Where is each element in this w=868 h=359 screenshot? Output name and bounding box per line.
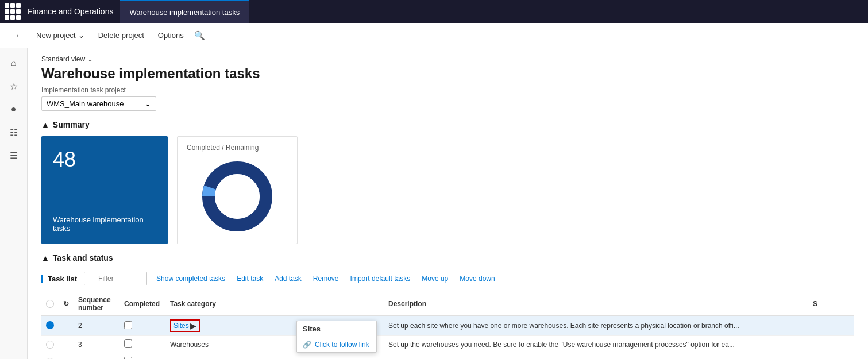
project-chevron-icon: ⌄ (145, 99, 151, 108)
edit-task-button[interactable]: Edit task (234, 273, 265, 284)
show-completed-button[interactable]: Show completed tasks (154, 273, 227, 284)
main-content: Standard view ⌄ Warehouse implementation… (28, 48, 868, 359)
row-completed-cell[interactable] (119, 336, 165, 353)
row-sequence-cell: 2 (74, 316, 119, 336)
row-sequence-cell: 3 (74, 336, 119, 353)
back-icon: ← (15, 31, 22, 40)
task-list-tab[interactable]: Task list (41, 275, 77, 283)
main-toolbar: ← New project ⌄ Delete project Options 🔍 (0, 23, 868, 48)
row-refresh-cell (59, 353, 74, 360)
project-select[interactable]: WMS_Main warehouse ⌄ (41, 96, 156, 111)
sidebar-home-icon[interactable]: ⌂ (3, 53, 24, 74)
tooltip-follow-link[interactable]: 🔗 Click to follow link (297, 337, 376, 352)
summary-card-description: Warehouse implementation tasks (53, 215, 156, 233)
summary-chart-card: Completed / Remaining (177, 136, 298, 244)
sites-link[interactable]: Sites (173, 322, 189, 330)
new-project-label: New project (36, 31, 76, 40)
view-chevron-icon: ⌄ (87, 55, 93, 63)
summary-label: Summary (53, 120, 90, 129)
task-toolbar: Task list 🔍 Show completed tasks Edit ta… (41, 269, 854, 288)
sidebar-recent-icon[interactable]: ● (3, 99, 24, 119)
svg-point-2 (215, 174, 260, 219)
row-checkbox[interactable] (124, 339, 132, 348)
col-header-radio (41, 292, 59, 316)
import-default-button[interactable]: Import default tasks (348, 273, 413, 284)
filter-wrap: 🔍 (84, 272, 147, 285)
filter-input[interactable] (84, 272, 147, 285)
row-radio-cell (41, 353, 59, 360)
new-project-chevron: ⌄ (78, 31, 84, 40)
sidebar-modules-icon[interactable]: ☷ (3, 122, 24, 142)
layout: ⌂ ☆ ● ☷ ☰ Standard view ⌄ Warehouse impl… (0, 48, 868, 359)
row-radio-cell (41, 316, 59, 336)
view-selector[interactable]: Standard view ⌄ (41, 55, 854, 63)
options-button[interactable]: Options (152, 29, 190, 42)
row-description-cell: Set up the warehouses you need. Be sure … (384, 336, 808, 353)
summary-collapse-icon: ▲ (41, 120, 49, 129)
summary-count: 48 (53, 148, 156, 172)
row-completed-cell[interactable] (119, 316, 165, 336)
task-table: ↻ Sequence number Completed Task categor… (41, 292, 854, 359)
move-down-button[interactable]: Move down (457, 273, 497, 284)
summary-count-card: 48 Warehouse implementation tasks (41, 136, 168, 244)
tooltip-header: Sites (297, 321, 376, 337)
task-collapse-icon: ▲ (41, 253, 49, 263)
search-button[interactable]: 🔍 (192, 28, 208, 44)
row-sequence-cell: 3.1 (74, 353, 119, 360)
new-project-button[interactable]: New project ⌄ (30, 29, 90, 42)
row-status-cell (808, 316, 854, 336)
app-title: Finance and Operations (28, 7, 113, 16)
row-status-cell (808, 336, 854, 353)
row-radio-cell (41, 336, 59, 353)
col-header-sequence: Sequence number (74, 292, 119, 316)
sidebar-list-icon[interactable]: ☰ (3, 145, 24, 165)
sidebar-star-icon[interactable]: ☆ (3, 76, 24, 96)
move-up-button[interactable]: Move up (419, 273, 450, 284)
sites-tooltip: Sites 🔗 Click to follow link (296, 321, 377, 353)
table-row[interactable]: 2 Sites ▶ Set up each site where you hav… (41, 316, 854, 336)
remove-button[interactable]: Remove (311, 273, 341, 284)
project-value: WMS_Main warehouse (47, 99, 124, 108)
col-header-description: Description (384, 292, 808, 316)
chart-title: Completed / Remaining (187, 144, 259, 152)
summary-row: 48 Warehouse implementation tasks Comple… (41, 136, 854, 244)
row-status-cell (808, 353, 854, 360)
cursor-icon: ▶ (190, 321, 196, 330)
col-header-category: Task category (165, 292, 384, 316)
sites-link-wrapper: Sites ▶ (170, 319, 200, 332)
col-header-completed: Completed (119, 292, 165, 316)
row-description-cell: For each new warehouse, consider the "Re… (384, 353, 808, 360)
table-row[interactable]: 3.1 Warehouse - Reserve inventory at loa… (41, 353, 854, 360)
task-section: ▲ Task and status Task list 🔍 Show compl… (41, 253, 854, 359)
back-button[interactable]: ← (9, 29, 28, 42)
summary-section-header[interactable]: ▲ Summary (41, 120, 854, 129)
col-header-refresh: ↻ (59, 292, 74, 316)
table-row[interactable]: 3 Warehouses Set up the warehouses you n… (41, 336, 854, 353)
apps-icon[interactable] (5, 3, 21, 20)
page-title: Warehouse implementation tasks (41, 65, 854, 82)
row-refresh-cell (59, 336, 74, 353)
top-bar: Finance and Operations Warehouse impleme… (0, 0, 868, 23)
row-checkbox[interactable] (124, 321, 132, 329)
active-tab[interactable]: Warehouse implementation tasks (120, 0, 249, 23)
link-icon: 🔗 (303, 341, 311, 349)
col-header-status: S (808, 292, 854, 316)
project-label: Implementation task project (41, 86, 854, 94)
row-category-cell: Warehouse - Reserve inventory at load po… (165, 353, 384, 360)
sidebar: ⌂ ☆ ● ☷ ☰ (0, 48, 28, 359)
row-completed-cell[interactable] (119, 353, 165, 360)
donut-chart (197, 156, 277, 237)
row-description-cell: Set up each site where you have one or m… (384, 316, 808, 336)
row-refresh-cell (59, 316, 74, 336)
delete-project-button[interactable]: Delete project (92, 29, 150, 42)
row-checkbox[interactable] (124, 357, 132, 359)
task-section-label: Task and status (53, 253, 113, 263)
view-label: Standard view (41, 55, 85, 63)
add-task-button[interactable]: Add task (272, 273, 304, 284)
task-section-header[interactable]: ▲ Task and status (41, 253, 854, 263)
